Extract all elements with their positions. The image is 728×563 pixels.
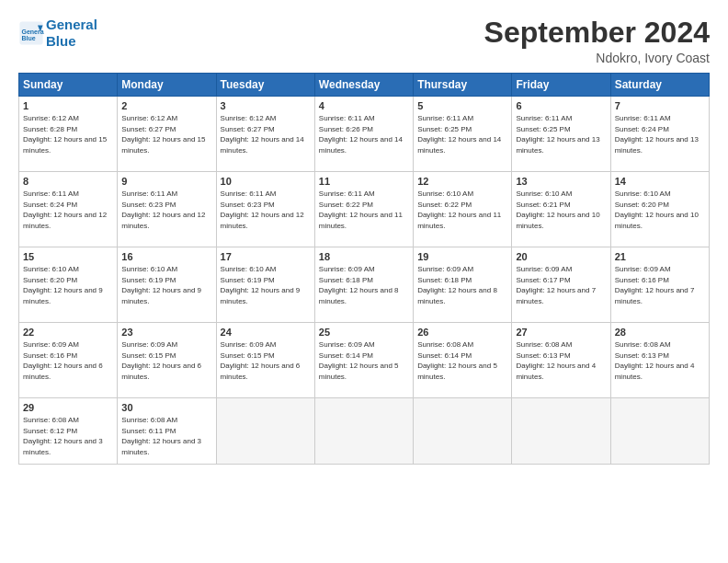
logo: General Blue GeneralBlue — [18, 17, 97, 50]
calendar-day-cell: 27 Sunrise: 6:08 AM Sunset: 6:13 PM Dayl… — [512, 323, 610, 398]
calendar-day-header: Thursday — [414, 74, 512, 97]
calendar-day-cell: 11 Sunrise: 6:11 AM Sunset: 6:22 PM Dayl… — [314, 172, 413, 247]
day-info: Sunrise: 6:09 AM Sunset: 6:15 PM Dayligh… — [121, 339, 211, 382]
calendar-day-cell: 3 Sunrise: 6:12 AM Sunset: 6:27 PM Dayli… — [216, 97, 314, 172]
day-number: 8 — [23, 176, 113, 187]
day-number: 27 — [516, 327, 606, 338]
calendar-day-cell: 17 Sunrise: 6:10 AM Sunset: 6:19 PM Dayl… — [216, 247, 314, 323]
day-number: 7 — [615, 100, 705, 111]
day-number: 18 — [319, 251, 409, 262]
calendar-day-cell: 29 Sunrise: 6:08 AM Sunset: 6:12 PM Dayl… — [19, 398, 118, 465]
calendar-day-cell: 6 Sunrise: 6:11 AM Sunset: 6:25 PM Dayli… — [512, 97, 610, 172]
calendar-day-cell: 13 Sunrise: 6:10 AM Sunset: 6:21 PM Dayl… — [512, 172, 610, 247]
day-info: Sunrise: 6:09 AM Sunset: 6:18 PM Dayligh… — [417, 264, 507, 306]
day-info: Sunrise: 6:08 AM Sunset: 6:13 PM Dayligh… — [516, 339, 606, 382]
calendar-day-cell: 28 Sunrise: 6:08 AM Sunset: 6:13 PM Dayl… — [610, 323, 709, 398]
calendar-day-cell: 15 Sunrise: 6:10 AM Sunset: 6:20 PM Dayl… — [19, 247, 118, 323]
calendar-day-cell: 1 Sunrise: 6:12 AM Sunset: 6:28 PM Dayli… — [19, 97, 118, 172]
calendar-day-cell: 21 Sunrise: 6:09 AM Sunset: 6:16 PM Dayl… — [610, 247, 709, 323]
day-number: 29 — [23, 402, 113, 413]
calendar-day-cell — [414, 398, 512, 465]
day-number: 20 — [516, 251, 606, 262]
day-info: Sunrise: 6:12 AM Sunset: 6:27 PM Dayligh… — [221, 113, 311, 155]
calendar-day-cell — [216, 398, 314, 465]
calendar-week-row: 15 Sunrise: 6:10 AM Sunset: 6:20 PM Dayl… — [19, 247, 710, 323]
day-info: Sunrise: 6:08 AM Sunset: 6:12 PM Dayligh… — [23, 415, 113, 457]
page: General Blue GeneralBlue September 2024 … — [0, 0, 728, 563]
calendar-day-cell — [314, 398, 413, 465]
calendar-day-cell — [512, 398, 610, 465]
month-title: September 2024 — [484, 17, 710, 49]
calendar-day-cell: 7 Sunrise: 6:11 AM Sunset: 6:24 PM Dayli… — [610, 97, 709, 172]
day-number: 2 — [121, 100, 211, 111]
day-info: Sunrise: 6:09 AM Sunset: 6:14 PM Dayligh… — [319, 339, 409, 382]
day-number: 25 — [319, 327, 409, 338]
svg-text:Blue: Blue — [22, 35, 36, 41]
day-number: 1 — [23, 100, 113, 111]
calendar-day-cell — [610, 398, 709, 465]
day-info: Sunrise: 6:11 AM Sunset: 6:24 PM Dayligh… — [23, 189, 113, 231]
day-number: 5 — [417, 100, 507, 111]
day-info: Sunrise: 6:11 AM Sunset: 6:22 PM Dayligh… — [319, 189, 409, 231]
day-info: Sunrise: 6:09 AM Sunset: 6:17 PM Dayligh… — [516, 264, 606, 306]
day-number: 30 — [121, 402, 211, 413]
calendar-week-row: 1 Sunrise: 6:12 AM Sunset: 6:28 PM Dayli… — [19, 97, 710, 172]
calendar-week-row: 29 Sunrise: 6:08 AM Sunset: 6:12 PM Dayl… — [19, 398, 710, 465]
logo-text: GeneralBlue — [46, 17, 97, 50]
day-info: Sunrise: 6:10 AM Sunset: 6:21 PM Dayligh… — [516, 189, 606, 231]
day-number: 22 — [23, 327, 113, 338]
day-number: 16 — [121, 251, 211, 262]
calendar-day-cell: 19 Sunrise: 6:09 AM Sunset: 6:18 PM Dayl… — [414, 247, 512, 323]
day-number: 24 — [221, 327, 311, 338]
calendar-table: SundayMondayTuesdayWednesdayThursdayFrid… — [18, 73, 710, 465]
location: Ndokro, Ivory Coast — [484, 51, 710, 65]
day-number: 12 — [417, 176, 507, 187]
day-info: Sunrise: 6:10 AM Sunset: 6:19 PM Dayligh… — [221, 264, 311, 306]
day-info: Sunrise: 6:11 AM Sunset: 6:26 PM Dayligh… — [319, 113, 409, 155]
day-number: 9 — [121, 176, 211, 187]
calendar-day-cell: 2 Sunrise: 6:12 AM Sunset: 6:27 PM Dayli… — [118, 97, 216, 172]
day-number: 3 — [221, 100, 311, 111]
calendar-day-cell: 24 Sunrise: 6:09 AM Sunset: 6:15 PM Dayl… — [216, 323, 314, 398]
calendar-week-row: 22 Sunrise: 6:09 AM Sunset: 6:16 PM Dayl… — [19, 323, 710, 398]
day-number: 6 — [516, 100, 606, 111]
day-number: 26 — [417, 327, 507, 338]
calendar-day-cell: 4 Sunrise: 6:11 AM Sunset: 6:26 PM Dayli… — [314, 97, 413, 172]
day-number: 17 — [221, 251, 311, 262]
calendar-day-header: Wednesday — [314, 74, 413, 97]
logo-icon: General Blue — [18, 20, 44, 46]
day-info: Sunrise: 6:11 AM Sunset: 6:25 PM Dayligh… — [516, 113, 606, 155]
day-info: Sunrise: 6:11 AM Sunset: 6:24 PM Dayligh… — [615, 113, 705, 155]
calendar-day-cell: 18 Sunrise: 6:09 AM Sunset: 6:18 PM Dayl… — [314, 247, 413, 323]
day-info: Sunrise: 6:09 AM Sunset: 6:18 PM Dayligh… — [319, 264, 409, 306]
calendar-day-cell: 10 Sunrise: 6:11 AM Sunset: 6:23 PM Dayl… — [216, 172, 314, 247]
calendar-day-cell: 9 Sunrise: 6:11 AM Sunset: 6:23 PM Dayli… — [118, 172, 216, 247]
calendar-day-header: Tuesday — [216, 74, 314, 97]
calendar-day-cell: 5 Sunrise: 6:11 AM Sunset: 6:25 PM Dayli… — [414, 97, 512, 172]
day-number: 14 — [615, 176, 705, 187]
day-number: 11 — [319, 176, 409, 187]
calendar-day-cell: 25 Sunrise: 6:09 AM Sunset: 6:14 PM Dayl… — [314, 323, 413, 398]
calendar-day-cell: 20 Sunrise: 6:09 AM Sunset: 6:17 PM Dayl… — [512, 247, 610, 323]
calendar-day-cell: 22 Sunrise: 6:09 AM Sunset: 6:16 PM Dayl… — [19, 323, 118, 398]
day-info: Sunrise: 6:09 AM Sunset: 6:16 PM Dayligh… — [23, 339, 113, 382]
day-info: Sunrise: 6:10 AM Sunset: 6:20 PM Dayligh… — [23, 264, 113, 306]
calendar-day-header: Friday — [512, 74, 610, 97]
calendar-day-cell: 26 Sunrise: 6:08 AM Sunset: 6:14 PM Dayl… — [414, 323, 512, 398]
day-info: Sunrise: 6:12 AM Sunset: 6:28 PM Dayligh… — [23, 113, 113, 155]
header: General Blue GeneralBlue September 2024 … — [18, 17, 710, 65]
day-info: Sunrise: 6:12 AM Sunset: 6:27 PM Dayligh… — [121, 113, 211, 155]
day-info: Sunrise: 6:10 AM Sunset: 6:19 PM Dayligh… — [121, 264, 211, 306]
calendar-day-cell: 23 Sunrise: 6:09 AM Sunset: 6:15 PM Dayl… — [118, 323, 216, 398]
day-number: 19 — [417, 251, 507, 262]
calendar-day-cell: 14 Sunrise: 6:10 AM Sunset: 6:20 PM Dayl… — [610, 172, 709, 247]
day-info: Sunrise: 6:11 AM Sunset: 6:23 PM Dayligh… — [221, 189, 311, 231]
calendar-day-cell: 16 Sunrise: 6:10 AM Sunset: 6:19 PM Dayl… — [118, 247, 216, 323]
day-info: Sunrise: 6:09 AM Sunset: 6:15 PM Dayligh… — [221, 339, 311, 382]
day-number: 10 — [221, 176, 311, 187]
calendar-day-header: Monday — [118, 74, 216, 97]
day-info: Sunrise: 6:10 AM Sunset: 6:20 PM Dayligh… — [615, 189, 705, 231]
day-number: 15 — [23, 251, 113, 262]
calendar-header-row: SundayMondayTuesdayWednesdayThursdayFrid… — [19, 74, 710, 97]
calendar-day-header: Saturday — [610, 74, 709, 97]
